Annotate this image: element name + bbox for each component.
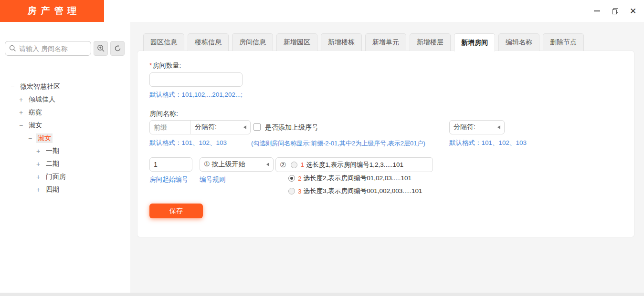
tree-collapse-icon[interactable]: − xyxy=(9,83,16,91)
tree-item-label[interactable]: 倾城佳人 xyxy=(27,95,57,104)
restore-icon xyxy=(612,8,618,14)
sidebar: − 微宏智慧社区 + 倾城佳人 + 窈窕 − 淑女 − 淑女 + 一期 xyxy=(0,22,130,296)
main-area: 园区信息 楼栋信息 房间信息 新增园区 新增楼栋 新增单元 新增楼层 新增房间 … xyxy=(137,33,634,237)
radio-option-length-2[interactable]: 2 选长度2,表示房间编号01,02,03.....101 xyxy=(288,174,412,183)
tab-park-info[interactable]: 园区信息 xyxy=(143,33,184,51)
separator-select-label: 分隔符: xyxy=(195,123,217,132)
room-name-hint: 默认格式：101、102、103 xyxy=(149,139,227,147)
tree-item-label[interactable]: 门面房 xyxy=(44,172,67,182)
step-2-marker: ② xyxy=(280,161,286,169)
app-body: − 微宏智慧社区 + 倾城佳人 + 窈窕 − 淑女 − 淑女 + 一期 xyxy=(0,22,644,296)
separator-select-2[interactable]: 分隔符: xyxy=(449,120,505,134)
search-input[interactable] xyxy=(19,45,86,52)
tree-item[interactable]: + 一期 xyxy=(0,144,130,157)
radio-text: 选长度2,表示房间编号01,02,03.....101 xyxy=(304,174,412,183)
tab-bar: 园区信息 楼栋信息 房间信息 新增园区 新增楼栋 新增单元 新增楼层 新增房间 … xyxy=(137,33,634,51)
numbering-rule-select[interactable]: ① 按上级开始 xyxy=(200,157,274,172)
window-controls: ✕ xyxy=(588,0,642,22)
radio-text: 选长度1,表示房间编号1,2,3.....101 xyxy=(306,161,403,169)
tree-expand-icon[interactable]: + xyxy=(34,147,42,155)
minimize-button[interactable] xyxy=(588,0,606,22)
dropdown-arrow-icon xyxy=(243,125,246,129)
length-option-box: ② 1 选长度1,表示房间编号1,2,3.....101 xyxy=(275,157,433,172)
radio-number: 3 xyxy=(298,188,302,195)
search-icon xyxy=(9,45,16,52)
locate-button[interactable] xyxy=(94,41,108,56)
tree-view: − 微宏智慧社区 + 倾城佳人 + 窈窕 − 淑女 − 淑女 + 一期 xyxy=(0,80,130,196)
minimize-icon xyxy=(594,10,600,11)
start-number-caption: 房间起始编号 xyxy=(149,175,188,184)
title-bar: 房产管理 ✕ xyxy=(0,0,644,22)
dropdown-arrow-icon xyxy=(497,125,500,129)
dropdown-arrow-icon xyxy=(266,163,269,166)
radio-icon-checked[interactable] xyxy=(288,175,295,182)
window-bottom-edge xyxy=(0,293,644,296)
restore-button[interactable] xyxy=(606,0,624,22)
tab-delete-node[interactable]: 删除节点 xyxy=(543,33,584,51)
tab-add-room[interactable]: 新增房间 xyxy=(454,33,495,51)
sidebar-search-row xyxy=(5,41,125,56)
tree-item[interactable]: + 倾城佳人 xyxy=(0,93,130,106)
radio-icon[interactable] xyxy=(291,162,297,168)
tab-edit-name[interactable]: 编辑名称 xyxy=(498,33,539,51)
tree-item-label[interactable]: 一期 xyxy=(44,146,61,156)
tree-expand-icon[interactable]: + xyxy=(17,96,25,103)
prefix-separator-group: 分隔符: xyxy=(149,120,251,134)
checkbox-hint: (勾选则房间名称显示:前缀-2-01,其中2为上级序号,表示2层01户) xyxy=(251,139,425,148)
tree-collapse-icon[interactable]: − xyxy=(26,134,34,142)
tree-expand-icon[interactable]: + xyxy=(34,186,42,194)
separator-select-2-label: 分隔符: xyxy=(454,123,475,132)
start-number-input[interactable] xyxy=(149,157,192,172)
tree-item-label[interactable]: 淑女 xyxy=(27,121,43,130)
app-title: 房产管理 xyxy=(0,0,104,22)
tree-item-selected[interactable]: − 淑女 xyxy=(0,132,130,144)
radio-number: 1 xyxy=(300,161,304,168)
tab-add-building[interactable]: 新增楼栋 xyxy=(321,33,362,51)
close-button[interactable]: ✕ xyxy=(624,0,642,22)
room-name-hint-2: 默认格式：101、102、103 xyxy=(449,139,527,147)
close-icon: ✕ xyxy=(630,7,636,15)
tab-add-floor[interactable]: 新增楼层 xyxy=(410,33,451,51)
add-room-panel: *房间数量: 默认格式：101,102,...201,202...; 房间名称:… xyxy=(137,51,634,237)
room-count-label: *房间数量: xyxy=(149,61,181,70)
add-parent-number-label: 是否添加上级序号 xyxy=(265,123,318,132)
search-box xyxy=(5,41,91,56)
tab-add-park[interactable]: 新增园区 xyxy=(276,33,317,51)
tree-expand-icon[interactable]: + xyxy=(34,173,42,181)
numbering-rule-value: ① 按上级开始 xyxy=(204,160,245,169)
radio-option-length-1[interactable]: 1 选长度1,表示房间编号1,2,3.....101 xyxy=(291,161,403,169)
zoom-in-icon xyxy=(97,44,105,52)
tree-item-label[interactable]: 微宏智慧社区 xyxy=(19,82,62,92)
radio-option-length-3[interactable]: 3 选长度3,表示房间编号001,002,003.....101 xyxy=(288,187,422,195)
tree-collapse-icon[interactable]: − xyxy=(17,122,25,129)
refresh-button[interactable] xyxy=(110,41,125,56)
refresh-icon xyxy=(114,44,122,52)
radio-icon[interactable] xyxy=(288,188,295,194)
tree-item-label[interactable]: 淑女 xyxy=(36,133,53,143)
tab-room-info[interactable]: 房间信息 xyxy=(232,33,273,51)
tab-add-unit[interactable]: 新增单元 xyxy=(365,33,406,51)
tree-item[interactable]: + 二期 xyxy=(0,157,130,170)
tree-item-community[interactable]: − 微宏智慧社区 xyxy=(0,80,130,93)
tree-item-label[interactable]: 四期 xyxy=(44,185,61,194)
tab-building-info[interactable]: 楼栋信息 xyxy=(188,33,229,51)
tree-item-label[interactable]: 窈窕 xyxy=(27,108,43,117)
tree-expand-icon[interactable]: + xyxy=(34,160,42,168)
prefix-input[interactable] xyxy=(150,121,191,134)
save-button[interactable]: 保存 xyxy=(149,204,203,218)
tree-item[interactable]: + 四期 xyxy=(0,183,130,196)
tree-item[interactable]: + 窈窕 xyxy=(0,106,130,119)
room-count-hint: 默认格式：101,102,...201,202...; xyxy=(149,91,243,99)
required-asterisk: * xyxy=(149,61,152,69)
tree-expand-icon[interactable]: + xyxy=(17,109,25,116)
tree-item[interactable]: − 淑女 xyxy=(0,119,130,132)
tree-item-label[interactable]: 二期 xyxy=(44,159,61,169)
room-count-input[interactable] xyxy=(149,72,243,87)
tree-item[interactable]: + 门面房 xyxy=(0,170,130,183)
radio-number: 2 xyxy=(298,175,302,182)
separator-select[interactable]: 分隔符: xyxy=(191,121,250,134)
room-name-label: 房间名称: xyxy=(149,110,178,118)
add-parent-number-checkbox[interactable] xyxy=(253,123,261,131)
radio-text: 选长度3,表示房间编号001,002,003.....101 xyxy=(304,187,422,195)
numbering-rule-caption: 编号规则 xyxy=(200,175,225,184)
